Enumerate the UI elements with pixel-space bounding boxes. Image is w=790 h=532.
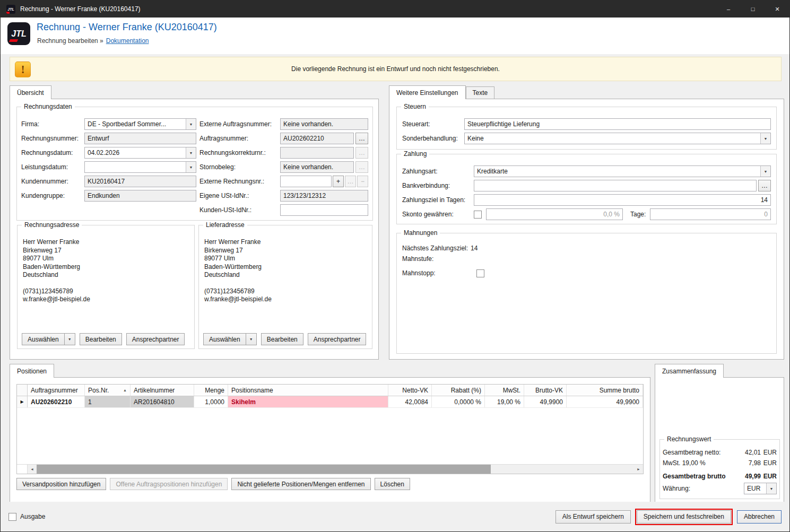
rechnungsdatum-select[interactable]: 04.02.2026 ▼ bbox=[84, 147, 196, 159]
externe-auftragsnummer-field[interactable]: Keine vorhanden. bbox=[280, 118, 368, 130]
col-auftragsnummer[interactable]: Auftragsnummer bbox=[28, 385, 85, 396]
overview-panel: Rechnungsdaten Firma: DE - Sportbedarf S… bbox=[10, 99, 379, 360]
cell-artikelnummer[interactable]: AR201604810 bbox=[131, 396, 194, 407]
speichern-und-festschreiben-button[interactable]: Speichern und festschreiben bbox=[637, 510, 731, 524]
nicht-gelieferte-entfernen-button[interactable]: Nicht gelieferte Positionen/Mengen entfe… bbox=[231, 478, 370, 490]
skonto-checkbox[interactable] bbox=[474, 211, 482, 219]
maximize-button[interactable]: □ bbox=[741, 1, 765, 18]
tab-zusammenfassung[interactable]: Zusammenfassung bbox=[655, 364, 724, 378]
warning-icon: ! bbox=[15, 62, 31, 77]
col-menge[interactable]: Menge bbox=[194, 385, 228, 396]
cell-mwst[interactable]: 19,00 % bbox=[485, 396, 524, 407]
cell-positionsname[interactable]: Skihelm bbox=[228, 396, 388, 407]
col-artikelnummer[interactable]: Artikelnummer bbox=[131, 385, 194, 396]
scrollbar-thumb[interactable] bbox=[37, 465, 491, 474]
kunden-ustid-field[interactable] bbox=[280, 204, 368, 216]
tab-weitere-einstellungen[interactable]: Weitere Einstellungen bbox=[389, 85, 466, 99]
zahlungsart-select[interactable]: Kreditkarte ▼ bbox=[474, 165, 771, 177]
address-line: 89077 Ulm bbox=[204, 255, 367, 263]
tab-positionen[interactable]: Positionen bbox=[10, 364, 54, 378]
skonto-tage-field[interactable]: 0 bbox=[650, 208, 771, 220]
rechnungsnummer-field[interactable]: Entwurf bbox=[84, 133, 196, 144]
loeschen-button[interactable]: Löschen bbox=[375, 478, 410, 490]
firma-select[interactable]: DE - Sportbedarf Sommer... ▼ bbox=[84, 118, 196, 130]
col-rabatt[interactable]: Rabatt (%) bbox=[432, 385, 485, 396]
cell-netto-vk[interactable]: 42,0084 bbox=[388, 396, 432, 407]
externe-rechnungsnr-field[interactable] bbox=[280, 176, 332, 187]
als-entwurf-speichern-button[interactable]: Als Entwurf speichern bbox=[555, 510, 631, 524]
skonto-percent-field[interactable]: 0,0 % bbox=[486, 208, 623, 220]
row-marker-cell[interactable]: ▶ bbox=[17, 396, 28, 407]
rechnungskorrektur-browse-button[interactable]: … bbox=[355, 147, 368, 159]
documentation-link[interactable]: Dokumentation bbox=[106, 37, 149, 45]
horizontal-scrollbar[interactable]: ◄ ► bbox=[17, 464, 643, 474]
rechnungsnummer-label: Rechnungsnummer: bbox=[21, 135, 84, 142]
col-netto-vk[interactable]: Netto-VK bbox=[388, 385, 432, 396]
group-title-zahlung: Zahlung bbox=[401, 150, 429, 158]
row-marker-icon: ▶ bbox=[20, 399, 23, 404]
externe-rechnungsnr-remove-button[interactable]: − bbox=[357, 176, 368, 187]
bankverbindung-field[interactable] bbox=[474, 180, 757, 191]
bankverbindung-browse-button[interactable]: … bbox=[758, 180, 771, 191]
cell-rabatt[interactable]: 0,0000 % bbox=[432, 396, 485, 407]
auftragsnummer-browse-button[interactable]: … bbox=[355, 133, 368, 144]
dropdown-icon: ▼ bbox=[186, 119, 196, 129]
eigene-ustid-field[interactable]: 123/123/12312 bbox=[280, 190, 368, 202]
table-row[interactable]: ▶ AU202602210 1 AR201604810 1,0000 Skihe… bbox=[17, 396, 643, 408]
ausgabe-checkbox[interactable]: Ausgabe bbox=[8, 513, 45, 521]
billing-auswaehlen-dropdown-button[interactable]: ▼ bbox=[65, 333, 75, 345]
col-brutto-vk[interactable]: Brutto-VK bbox=[524, 385, 567, 396]
close-button[interactable]: ✕ bbox=[765, 1, 789, 18]
netto-value: 42,01 bbox=[736, 449, 761, 456]
address-email: w.franke@jtl-beispiel.de bbox=[23, 295, 189, 304]
tab-texte[interactable]: Texte bbox=[466, 86, 495, 99]
dropdown-icon: ▼ bbox=[186, 147, 196, 158]
stornobeleg-field[interactable]: Keine vorhanden. bbox=[280, 161, 354, 173]
positions-panel: Auftragsnummer Pos.Nr. ▲ Artikelnummer M… bbox=[10, 377, 650, 502]
kundengruppe-field[interactable]: Endkunden bbox=[84, 190, 196, 202]
versandposition-hinzufuegen-button[interactable]: Versandposition hinzufügen bbox=[16, 478, 106, 490]
group-title-rechnungsadresse: Rechnungsadresse bbox=[22, 221, 82, 229]
table-header: Auftragsnummer Pos.Nr. ▲ Artikelnummer M… bbox=[17, 385, 643, 396]
leistungsdatum-select[interactable]: ▼ bbox=[84, 161, 196, 173]
externe-rechnungsnr-add-button[interactable]: + bbox=[333, 176, 344, 187]
scroll-left-button[interactable]: ◄ bbox=[28, 465, 37, 474]
scrollbar-track[interactable] bbox=[37, 465, 634, 474]
positions-table: Auftragsnummer Pos.Nr. ▲ Artikelnummer M… bbox=[16, 384, 644, 474]
brutto-label: Gesamtbetrag brutto bbox=[663, 473, 736, 480]
stornobeleg-browse-button[interactable]: … bbox=[355, 161, 368, 173]
col-mwst[interactable]: MwSt. bbox=[485, 385, 524, 396]
shipping-auswaehlen-button[interactable]: Auswählen bbox=[203, 333, 246, 345]
kundennummer-field[interactable]: KU20160417 bbox=[84, 176, 196, 187]
auftragsnummer-field[interactable]: AU202602210 bbox=[280, 133, 354, 144]
billing-ansprechpartner-button[interactable]: Ansprechpartner bbox=[126, 333, 185, 345]
billing-bearbeiten-button[interactable]: Bearbeiten bbox=[80, 333, 122, 345]
group-lieferadresse: Lieferadresse Herr Werner Franke Birkenw… bbox=[198, 225, 372, 349]
group-title-lieferadresse: Lieferadresse bbox=[203, 221, 247, 229]
zahlungsziel-field[interactable]: 14 bbox=[474, 194, 771, 206]
cell-summe-brutto[interactable]: 49,9900 bbox=[567, 396, 643, 407]
col-positionsname[interactable]: Positionsname bbox=[228, 385, 388, 396]
cell-auftragsnummer[interactable]: AU202602210 bbox=[28, 396, 85, 407]
cell-brutto-vk[interactable]: 49,9900 bbox=[524, 396, 567, 407]
tab-uebersicht[interactable]: Übersicht bbox=[10, 85, 51, 99]
minimize-button[interactable]: – bbox=[716, 1, 741, 18]
scroll-right-button[interactable]: ► bbox=[634, 465, 643, 474]
waehrung-select[interactable]: EUR ▼ bbox=[744, 483, 777, 494]
shipping-ansprechpartner-button[interactable]: Ansprechpartner bbox=[308, 333, 367, 345]
col-summe-brutto[interactable]: Summe brutto bbox=[567, 385, 643, 396]
shipping-bearbeiten-button[interactable]: Bearbeiten bbox=[261, 333, 303, 345]
mahnstopp-checkbox[interactable] bbox=[476, 269, 484, 277]
externe-rechnungsnr-browse-button[interactable]: … bbox=[345, 176, 356, 187]
cell-posnr[interactable]: 1 bbox=[85, 396, 131, 407]
eigene-ustid-label: Eigene USt-IdNr.: bbox=[199, 192, 280, 199]
abbrechen-button[interactable]: Abbrechen bbox=[737, 510, 782, 524]
sonderbehandlung-select[interactable]: Keine ▼ bbox=[464, 133, 771, 144]
steuerart-field[interactable]: Steuerpflichtige Lieferung bbox=[464, 118, 771, 130]
offene-auftragspositionen-button[interactable]: Offene Auftragspositionen hinzufügen bbox=[110, 478, 228, 490]
billing-auswaehlen-button[interactable]: Auswählen bbox=[22, 333, 65, 345]
shipping-auswaehlen-dropdown-button[interactable]: ▼ bbox=[246, 333, 257, 345]
col-posnr[interactable]: Pos.Nr. ▲ bbox=[85, 385, 131, 396]
rechnungskorrektur-field[interactable] bbox=[280, 147, 354, 159]
cell-menge[interactable]: 1,0000 bbox=[194, 396, 228, 407]
